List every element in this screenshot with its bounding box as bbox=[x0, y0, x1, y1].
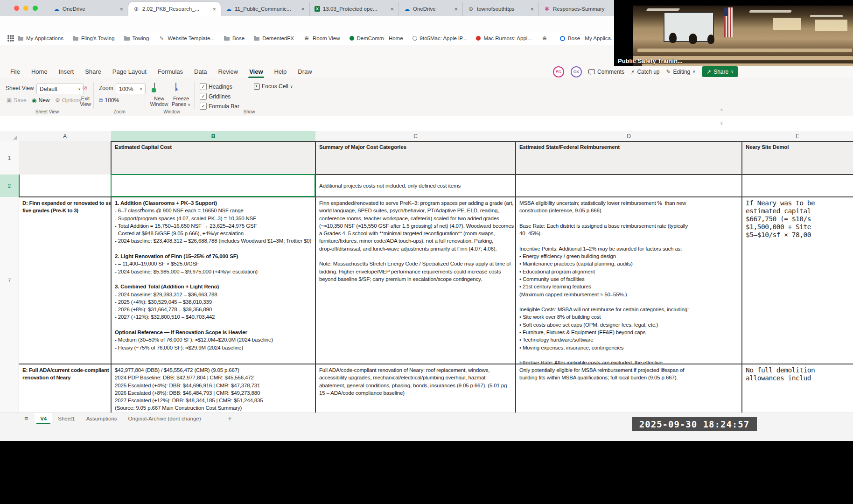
menu-item[interactable]: File bbox=[5, 65, 26, 78]
new-view-button[interactable]: ◉ New bbox=[32, 97, 50, 104]
sheet-list-icon[interactable]: ≡ bbox=[24, 415, 28, 422]
row-header-1[interactable]: 1 bbox=[0, 141, 19, 175]
new-window-icon[interactable] bbox=[154, 83, 155, 91]
comments-button[interactable]: Comments bbox=[588, 69, 624, 75]
focus-cell-button[interactable]: Focus Cell ∨ bbox=[254, 83, 293, 90]
sheet-tab[interactable]: V4 bbox=[35, 413, 52, 424]
menu-item[interactable]: Formulas bbox=[152, 65, 189, 78]
tab-close-icon[interactable]: × bbox=[454, 6, 458, 13]
cell-E1[interactable]: Neary Site Demol bbox=[742, 141, 853, 175]
menu-item[interactable]: View bbox=[244, 65, 268, 78]
cell-A7[interactable]: D: Finn expanded or renovated to servefi… bbox=[19, 197, 111, 364]
menu-item[interactable]: Insert bbox=[53, 65, 80, 78]
catch-up-button[interactable]: ⚡ Catch up bbox=[631, 69, 659, 75]
cell-B1[interactable]: Estimated Capital Cost bbox=[111, 141, 315, 175]
zoom-100-button[interactable]: ⧉ 100% bbox=[99, 97, 119, 104]
close-window-icon[interactable] bbox=[14, 6, 19, 11]
new-window-button[interactable]: NewWindow bbox=[149, 96, 169, 107]
menu-item[interactable]: Review bbox=[213, 65, 244, 78]
headings-checkbox[interactable]: ✓ Headings bbox=[200, 83, 232, 90]
editing-mode-button[interactable]: ✎ Editing ∨ bbox=[666, 69, 695, 75]
cell-line: accessibility upgrades, mechanical/elect… bbox=[319, 374, 512, 381]
tab-close-icon[interactable]: × bbox=[301, 6, 305, 13]
row-header-8[interactable] bbox=[0, 364, 19, 413]
cell-C1[interactable]: Summary of Major Cost Categories bbox=[315, 141, 516, 175]
tab-close-icon[interactable]: × bbox=[390, 6, 394, 13]
save-view-button[interactable]: ▣ Save bbox=[7, 97, 27, 104]
cell-D8[interactable]: Only potentially eligible for MSBA reimb… bbox=[516, 364, 742, 413]
menu-item[interactable]: Data bbox=[189, 65, 212, 78]
cell-C2[interactable]: Additional projects costs not included, … bbox=[315, 175, 516, 197]
menu-item[interactable]: Help bbox=[269, 65, 293, 78]
expand-formula-bar-icon[interactable]: ∨ bbox=[720, 121, 723, 126]
tab-close-icon[interactable]: × bbox=[119, 6, 123, 13]
bookmark-favicon bbox=[303, 35, 310, 42]
cell-C7[interactable]: Finn expanded/renovated to serve PreK–3:… bbox=[315, 197, 516, 364]
column-header[interactable]: C bbox=[315, 131, 516, 141]
video-overlay[interactable]: Public Safety Trainin... bbox=[614, 0, 853, 66]
bookmark-item[interactable]: Mac Rumors: Appl... bbox=[476, 35, 532, 41]
sheet-view-dropdown[interactable]: Default∨ bbox=[36, 84, 84, 94]
view-options-button[interactable]: ⚙ Options bbox=[55, 97, 81, 104]
column-header[interactable]: A bbox=[19, 131, 112, 141]
cell-E7[interactable]: If Neary was to beestimated capital$667,… bbox=[742, 197, 853, 364]
row-header-7[interactable]: 7 bbox=[0, 197, 19, 364]
sheet-tab[interactable]: Assumptions bbox=[81, 413, 123, 424]
bookmark-item[interactable]: 9to5Mac: Apple iP... bbox=[413, 35, 467, 41]
cell-B8[interactable]: $42,977,804 (DBB) / $45,556,472 (CMR) (9… bbox=[111, 364, 315, 413]
sheet-tab[interactable]: Original-Archive (dont change) bbox=[123, 413, 207, 424]
browser-tab[interactable]: OneDrive × bbox=[49, 2, 128, 16]
sheet-tab[interactable]: Sheet1 bbox=[52, 413, 80, 424]
bookmark-item[interactable]: My Applications bbox=[18, 35, 63, 41]
bookmark-item[interactable]: DementedFX bbox=[254, 35, 294, 41]
browser-tab[interactable]: OneDrive × bbox=[399, 2, 463, 16]
formula-bar-checkbox[interactable]: ✓ Formula Bar bbox=[200, 103, 239, 110]
cell-D1[interactable]: Estimated State/Federal Reimbursement bbox=[516, 141, 742, 175]
add-sheet-icon[interactable]: + bbox=[228, 415, 232, 422]
cell-C8[interactable]: Full ADA/code-compliant renovation of Ne… bbox=[315, 364, 516, 413]
window-controls[interactable] bbox=[14, 6, 38, 11]
select-all-corner[interactable] bbox=[0, 131, 19, 141]
cell-B7[interactable]: 1. Addition (Classrooms + PK–3 Support)-… bbox=[111, 197, 315, 364]
browser-tab[interactable]: 2.02_PK8_Research_... × bbox=[128, 2, 221, 16]
freeze-panes-icon[interactable] bbox=[175, 83, 176, 91]
bookmark-item[interactable]: Room View bbox=[303, 35, 340, 42]
freeze-panes-button[interactable]: FreezePanes ∨ bbox=[171, 96, 191, 108]
column-header[interactable]: D bbox=[516, 131, 742, 141]
chevron-down-icon: ∨ bbox=[692, 70, 695, 74]
cell-E8[interactable]: No full demolitionallowances includ bbox=[742, 364, 853, 413]
menu-item[interactable]: Page Layout bbox=[107, 65, 152, 78]
bookmark-item[interactable]: Towing bbox=[124, 35, 149, 41]
menu-item[interactable]: Share bbox=[79, 65, 107, 78]
collapse-ribbon-icon[interactable]: ∧ bbox=[720, 107, 723, 112]
gridlines-checkbox[interactable]: ✓ Gridlines bbox=[200, 93, 231, 100]
exit-view-button[interactable]: ExitView bbox=[78, 96, 92, 107]
minimize-window-icon[interactable] bbox=[23, 6, 28, 11]
bookmark-item[interactable]: Bose - My Applica... bbox=[560, 35, 615, 41]
sheet-view-eye-icon[interactable]: ⊘ bbox=[82, 84, 88, 91]
menu-item[interactable]: Home bbox=[26, 65, 53, 78]
column-header[interactable]: E bbox=[742, 131, 853, 141]
row-header-2[interactable]: 2 bbox=[0, 175, 20, 197]
column-header[interactable]: B bbox=[111, 131, 316, 142]
avatar[interactable]: GK bbox=[571, 66, 582, 77]
avatar[interactable]: EG bbox=[553, 66, 564, 77]
cell-D7[interactable]: MSBA eligibility uncertain; statisticall… bbox=[516, 197, 742, 364]
share-button[interactable]: ↗ Share ∨ bbox=[702, 66, 738, 77]
bookmark-item[interactable]: Bose bbox=[224, 35, 245, 41]
bookmark-item[interactable]: Website Template... bbox=[158, 35, 215, 42]
bookmark-item[interactable]: Fling's Towing bbox=[73, 35, 115, 41]
bookmark-item[interactable]: DemComm - Home bbox=[350, 35, 403, 41]
bookmark-item[interactable] bbox=[541, 35, 551, 42]
browser-tab[interactable]: 11_Public_Communic... × bbox=[221, 2, 310, 16]
maximize-window-icon[interactable] bbox=[33, 6, 38, 11]
browser-tab[interactable]: 13.03_Protected ope... × bbox=[310, 2, 399, 16]
tab-close-icon[interactable]: × bbox=[530, 6, 534, 13]
zoom-dropdown[interactable]: 100%∨ bbox=[116, 84, 146, 94]
browser-tab[interactable]: Responses-Summary × bbox=[539, 2, 623, 16]
tab-close-icon[interactable]: × bbox=[212, 6, 216, 13]
cell-A8[interactable]: E: Full ADA/current code-compliantrenova… bbox=[19, 364, 111, 413]
apps-grid-icon[interactable] bbox=[7, 35, 9, 37]
menu-item[interactable]: Draw bbox=[292, 65, 317, 78]
browser-tab[interactable]: townofsouthttps × bbox=[463, 2, 539, 16]
